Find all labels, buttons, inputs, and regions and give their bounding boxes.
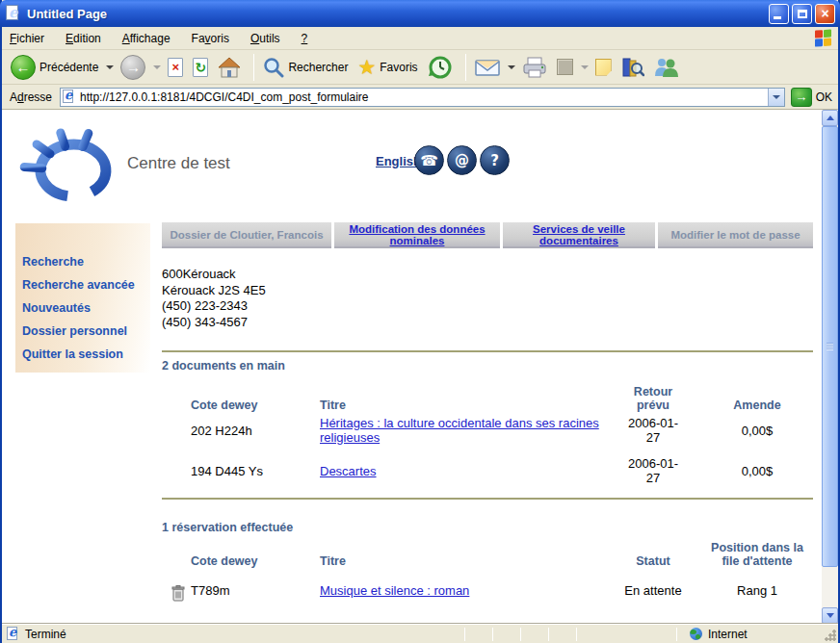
vertical-scrollbar[interactable] (822, 110, 838, 624)
go-button[interactable]: → (791, 88, 812, 107)
window-title: Untitled Page (27, 7, 766, 21)
reservations-table-header: Cote dewey Titre Statut Position dans la… (191, 541, 813, 568)
scrollbar-thumb[interactable] (822, 126, 838, 567)
sidebar-item-nouveautes[interactable]: Nouveautés (22, 301, 150, 315)
menu-aide[interactable]: ? (302, 32, 308, 45)
col-cote-dewey: Cote dewey (191, 399, 320, 412)
menu-edition[interactable]: Edition (66, 32, 101, 45)
sidebar-item-recherche-avancee[interactable]: Recherche avancée (22, 278, 150, 292)
sidebar-item-recherche[interactable]: Recherche (22, 255, 150, 269)
internet-zone-label: Internet (708, 628, 748, 641)
minimize-button[interactable] (769, 4, 789, 24)
tab-modification-link[interactable]: Modification des données nominales (338, 223, 496, 246)
refresh-button[interactable]: ↻ (190, 56, 211, 79)
col-retour-prevu: Retour prévu (629, 385, 677, 412)
messenger-button[interactable] (651, 55, 682, 80)
resize-grip[interactable] (825, 630, 836, 641)
loans-table-header: Cote dewey Titre Retour prévu Amende (191, 385, 813, 412)
edit-button[interactable] (554, 57, 576, 77)
divider (162, 498, 813, 500)
loan-title-link[interactable]: Héritages : la culture occidentale dans … (320, 416, 599, 445)
stop-button[interactable]: × (165, 56, 186, 79)
forward-button[interactable]: → (118, 53, 148, 82)
tab-mot-de-passe: Modifier le mot de passe (658, 222, 813, 248)
windows-logo-icon (815, 29, 832, 47)
url-input[interactable] (80, 90, 768, 105)
title-bar: e Untitled Page × (0, 0, 840, 27)
patron-address-line: 600Kérouack (162, 267, 266, 283)
ie-e-glyph: e (9, 4, 18, 21)
refresh-glyph: ↻ (196, 60, 207, 75)
address-dropdown-button[interactable] (768, 89, 784, 106)
tab-dossier: Dossier de Cloutier, Francois (162, 222, 331, 248)
help-icon[interactable]: ? (480, 145, 510, 175)
scroll-up-icon (827, 116, 834, 120)
email-icon[interactable]: @ (447, 145, 477, 175)
forward-dropdown-caret[interactable] (153, 65, 161, 69)
delete-reservation-icon[interactable] (171, 585, 185, 602)
reservation-cote: T789m (191, 583, 320, 598)
statusbar-divider (576, 628, 577, 641)
statusbar-divider (548, 628, 549, 641)
scroll-down-button[interactable] (822, 607, 838, 624)
menu-outils[interactable]: Outils (250, 32, 280, 45)
statusbar-divider (492, 628, 493, 641)
loans-heading: 2 documents en main (162, 359, 285, 373)
edit-icon (557, 59, 573, 75)
research-button[interactable] (618, 55, 647, 80)
divider (162, 350, 813, 352)
scroll-up-button[interactable] (822, 110, 838, 126)
col-statut: Statut (636, 554, 669, 568)
page-favicon: e (63, 90, 76, 105)
history-icon (428, 55, 453, 80)
mail-dropdown-caret[interactable] (508, 65, 515, 69)
loan-amende: 0,00$ (742, 464, 774, 478)
menu-favoris[interactable]: Favoris (192, 32, 229, 45)
loan-retour: 2006-01-27 (625, 416, 681, 445)
history-button[interactable] (425, 53, 456, 82)
phone-icon[interactable]: ☎ (414, 145, 444, 175)
site-logo (13, 117, 121, 210)
mail-button[interactable] (472, 57, 503, 78)
col-position: Position dans la file d'attente (703, 541, 811, 568)
patron-phone-2: (450) 343-4567 (162, 315, 266, 331)
sidebar-item-dossier-personnel[interactable]: Dossier personnel (22, 324, 150, 338)
edit-dropdown-caret[interactable] (581, 65, 589, 69)
print-button[interactable] (519, 55, 550, 80)
sidebar-item-quitter-session[interactable]: Quitter la session (22, 347, 150, 361)
home-button[interactable] (215, 55, 244, 80)
address-bar: Adresse e → OK (2, 85, 838, 110)
patron-address-line: Kérouack J2S 4E5 (162, 283, 266, 299)
discuss-button[interactable] (592, 57, 615, 78)
loan-cote: 194 D445 Ys (191, 464, 320, 478)
menu-affichage[interactable]: Affichage (122, 32, 171, 45)
back-button[interactable]: ← Précédente (8, 53, 101, 82)
reservation-statut: En attente (624, 583, 681, 598)
favicon-e-glyph: e (65, 88, 72, 102)
internet-zone-icon (690, 628, 702, 640)
close-button[interactable]: × (815, 4, 835, 24)
tab-modification-donnees[interactable]: Modification des données nominales (334, 222, 500, 248)
status-text: Terminé (25, 628, 66, 641)
favorites-label: Favoris (380, 61, 417, 74)
reservation-title-link[interactable]: Musique et silence : roman (320, 583, 469, 598)
col-titre: Titre (320, 399, 605, 412)
status-page-icon: e (6, 627, 20, 641)
loan-title-cell: Héritages : la culture occidentale dans … (320, 416, 605, 445)
loan-amende: 0,00$ (742, 424, 774, 438)
maximize-button[interactable] (792, 4, 812, 24)
search-button[interactable]: Rechercher (260, 55, 351, 80)
loan-title-link[interactable]: Descartes (320, 464, 377, 478)
patron-address-block: 600Kérouack Kérouack J2S 4E5 (450) 223-2… (162, 267, 266, 330)
loan-row: 202 H224h Héritages : la culture occiden… (191, 416, 813, 445)
menu-fichier[interactable]: Fichier (10, 32, 44, 45)
tab-services-veille[interactable]: Services de veille documentaires (503, 222, 655, 248)
home-icon (218, 57, 241, 78)
ie-app-icon: e (5, 5, 22, 22)
back-dropdown-caret[interactable] (106, 65, 114, 69)
col-titre: Titre (320, 554, 605, 568)
tab-services-link[interactable]: Services de veille documentaires (507, 223, 651, 246)
col-amende: Amende (733, 399, 780, 412)
standard-toolbar: ← Précédente → × ↻ Rechercher (2, 50, 838, 85)
favorites-button[interactable]: ★ Favoris (354, 55, 420, 79)
